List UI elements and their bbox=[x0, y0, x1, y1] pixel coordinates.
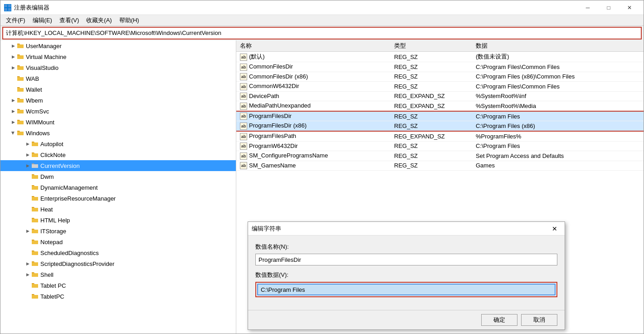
window-title: 注册表编辑器 bbox=[14, 4, 577, 12]
tree-item-itstorage[interactable]: ▶ ITStorage bbox=[0, 226, 236, 236]
dialog-name-input[interactable] bbox=[255, 254, 557, 265]
table-row[interactable]: abProgramFilesPath REG_EXPAND_SZ %Progra… bbox=[236, 131, 644, 141]
tree-item-wimmount[interactable]: ▶ WIMMоunt bbox=[0, 117, 236, 128]
tree-arrow: ▶ bbox=[10, 53, 17, 60]
dialog-title: 编辑字符串 bbox=[252, 225, 548, 233]
table-row[interactable]: abMediaPathUnexpanded REG_EXPAND_SZ %Sys… bbox=[236, 101, 644, 111]
folder-icon bbox=[17, 97, 24, 104]
reg-type-icon: ab bbox=[240, 123, 247, 130]
tree-arrow: ▶ bbox=[24, 227, 31, 235]
folder-icon bbox=[31, 173, 39, 180]
maximize-button[interactable]: □ bbox=[598, 0, 619, 15]
table-row[interactable]: ab(默认) REG_SZ (数值未设置) bbox=[236, 52, 644, 62]
address-bar: 计算机\HKEY_LOCAL_MACHINE\SOFTWARE\Microsof… bbox=[2, 27, 642, 39]
reg-type-cell: REG_EXPAND_SZ bbox=[390, 101, 472, 111]
minimize-button[interactable]: ─ bbox=[577, 0, 598, 15]
reg-name-cell: abCommonFilesDir bbox=[236, 62, 390, 72]
table-row[interactable]: abSM_ConfigureProgramsName REG_SZ Set Pr… bbox=[236, 151, 644, 161]
tree-label: WcmSvc bbox=[26, 108, 49, 115]
tree-label: TabletPC bbox=[40, 293, 64, 300]
menu-file[interactable]: 文件(F) bbox=[2, 15, 29, 25]
tree-item-wallet[interactable]: ▶ Wallet bbox=[0, 84, 236, 95]
reg-name-cell: abProgramFilesDir (x86) bbox=[236, 121, 390, 131]
tree-arrow: ▶ bbox=[10, 97, 17, 104]
reg-data-cell: %SystemRoot%\inf bbox=[472, 91, 644, 101]
table-row[interactable]: abSM_GamesName REG_SZ Games bbox=[236, 161, 644, 171]
tree-item-visualstudio[interactable]: ▶ VisualStudio bbox=[0, 62, 236, 73]
close-button[interactable]: ✕ bbox=[619, 0, 640, 15]
tree-arrow: ▶ bbox=[24, 271, 31, 278]
tree-item-autopilot[interactable]: ▶ Autopilot bbox=[0, 138, 236, 149]
dialog-close-button[interactable]: ✕ bbox=[548, 223, 561, 234]
reg-type-icon: ab bbox=[240, 64, 247, 71]
tree-item-scheduleddiagnostics[interactable]: ▶ ScheduledDiagnostics bbox=[0, 247, 236, 258]
tree-item-wbem[interactable]: ▶ Wbem bbox=[0, 95, 236, 106]
reg-data-cell: C:\Program Files (x86)\Common Files bbox=[472, 72, 644, 82]
folder-icon-usermanager bbox=[17, 42, 24, 49]
tree-item-scripteddiagnosticsprovider[interactable]: ▶ ScriptedDiagnosticsProvider bbox=[0, 258, 236, 269]
dialog-ok-button[interactable]: 确定 bbox=[481, 314, 517, 326]
dialog-title-bar: 编辑字符串 ✕ bbox=[248, 222, 565, 236]
reg-data-cell: Set Program Access and Defaults bbox=[472, 151, 644, 161]
tree-item-dynamicmanagement[interactable]: ▶ DynamicManagement bbox=[0, 182, 236, 193]
tree-label: Tablet PC bbox=[40, 282, 66, 289]
dialog-body: 数值名称(N): 数值数据(V): bbox=[248, 236, 565, 310]
table-row[interactable]: abProgramFilesDir REG_SZ C:\Program File… bbox=[236, 111, 644, 121]
tree-arrow: ▶ bbox=[10, 108, 17, 115]
tree-item-tabletpc2[interactable]: ▶ TabletPC bbox=[0, 291, 236, 302]
col-header-name: 名称 bbox=[236, 40, 390, 52]
tree-item-virtualmachine[interactable]: ▶ Virtual Machine bbox=[0, 51, 236, 62]
reg-name-cell: abMediaPathUnexpanded bbox=[236, 101, 390, 111]
tree-item-tabletpc[interactable]: ▶ Tablet PC bbox=[0, 280, 236, 291]
reg-type-cell: REG_SZ bbox=[390, 151, 472, 161]
tree-label: ITStorage bbox=[40, 228, 66, 235]
reg-type-icon: ab bbox=[240, 142, 247, 150]
tree-item-clicknote[interactable]: ▶ ClickNote bbox=[0, 149, 236, 160]
tree-item-windows[interactable]: ▶ Windows bbox=[0, 128, 236, 138]
reg-name-cell: abDevicePath bbox=[236, 91, 390, 101]
folder-icon bbox=[31, 195, 39, 202]
folder-icon bbox=[17, 75, 24, 82]
tree-label: ScheduledDiagnostics bbox=[40, 250, 99, 256]
table-row[interactable]: abProgramFilesDir (x86) REG_SZ C:\Progra… bbox=[236, 121, 644, 131]
table-row[interactable]: abCommonFilesDir REG_SZ C:\Program Files… bbox=[236, 62, 644, 72]
col-header-type: 类型 bbox=[390, 40, 472, 52]
col-header-data: 数据 bbox=[472, 40, 644, 52]
reg-data-cell: C:\Program Files bbox=[472, 111, 644, 121]
table-row[interactable]: abCommonW6432Dir REG_SZ C:\Program Files… bbox=[236, 82, 644, 92]
dialog-cancel-button[interactable]: 取消 bbox=[521, 314, 557, 326]
tree-item-heat[interactable]: ▶ Heat bbox=[0, 204, 236, 215]
tree-arrow: ▶ bbox=[10, 64, 17, 71]
table-row[interactable]: abDevicePath REG_EXPAND_SZ %SystemRoot%\… bbox=[236, 91, 644, 101]
tree-item-currentversion[interactable]: ▶ CurrentVersion bbox=[0, 160, 236, 171]
tree-item-wcmsvc[interactable]: ▶ WcmSvc bbox=[0, 106, 236, 117]
tree-arrow: ▶ bbox=[24, 162, 31, 169]
menu-edit[interactable]: 编辑(E) bbox=[29, 15, 56, 25]
address-text: 计算机\HKEY_LOCAL_MACHINE\SOFTWARE\Microsof… bbox=[6, 29, 221, 37]
tree-label: Virtual Machine bbox=[26, 54, 66, 60]
menu-favorites[interactable]: 收藏夹(A) bbox=[83, 15, 115, 25]
menu-view[interactable]: 查看(V) bbox=[56, 15, 83, 25]
dialog-data-input[interactable] bbox=[257, 284, 556, 295]
tree-item-shell[interactable]: ▶ Shell bbox=[0, 269, 236, 280]
menu-help[interactable]: 帮助(H) bbox=[116, 15, 143, 25]
table-row[interactable]: abProgramW6432Dir REG_SZ C:\Program File… bbox=[236, 141, 644, 151]
tree-item-htmlhelp[interactable]: ▶ HTML Help bbox=[0, 215, 236, 226]
tree-item-usermanager[interactable]: ▶ UserManager bbox=[0, 40, 236, 51]
reg-type-cell: REG_SZ bbox=[390, 52, 472, 62]
tree-item-wab[interactable]: ▶ WAB bbox=[0, 73, 236, 84]
folder-icon bbox=[31, 151, 39, 158]
folder-icon bbox=[31, 282, 39, 289]
folder-icon bbox=[17, 64, 24, 71]
reg-data-cell: (数值未设置) bbox=[472, 52, 644, 62]
tree-label: ClickNote bbox=[40, 152, 66, 158]
tree-item-enterpriseresourcemanager[interactable]: ▶ EnterpriseResourceManager bbox=[0, 193, 236, 204]
reg-type-cell: REG_SZ bbox=[390, 82, 472, 92]
table-row[interactable]: abCommonFilesDir (x86) REG_SZ C:\Program… bbox=[236, 72, 644, 82]
tree-item-dwm[interactable]: ▶ Dwm bbox=[0, 171, 236, 182]
reg-name-cell: ab(默认) bbox=[236, 52, 390, 62]
reg-name-cell: abSM_ConfigureProgramsName bbox=[236, 151, 390, 161]
tree-item-notepad[interactable]: ▶ Notepad bbox=[0, 236, 236, 247]
reg-type-cell: REG_SZ bbox=[390, 161, 472, 171]
folder-icon bbox=[17, 108, 24, 115]
